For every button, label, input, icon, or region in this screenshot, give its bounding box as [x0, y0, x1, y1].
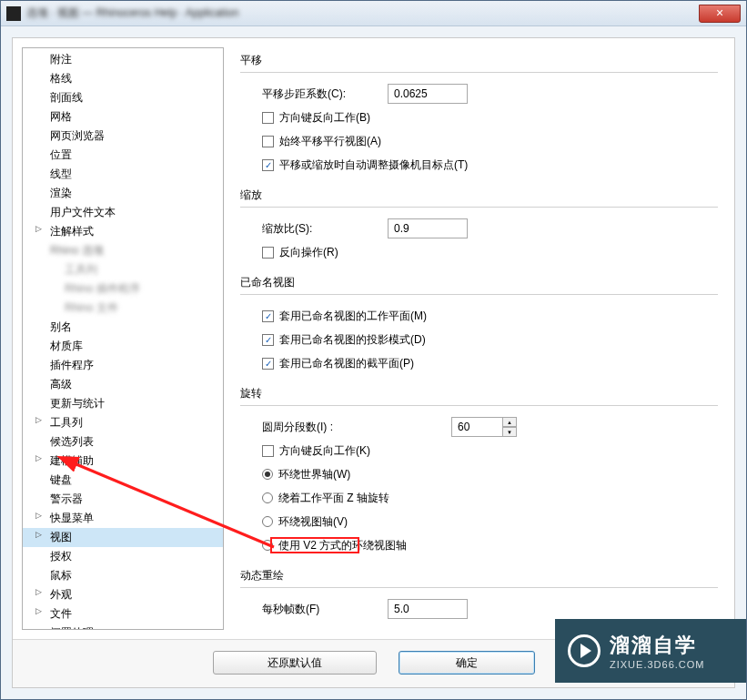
zoom-reverse-checkbox[interactable]: 反向操作(R) [262, 245, 338, 260]
restore-defaults-button[interactable]: 还原默认值 [213, 651, 377, 675]
tree-item[interactable]: 更新与统计 [23, 394, 223, 413]
tree-item[interactable]: 建模辅助 [23, 451, 223, 471]
section-zoom-title: 缩放 [240, 188, 718, 203]
named-clip-checkbox[interactable]: 套用已命名视图的截平面(P) [262, 356, 414, 371]
tree-item[interactable]: Rhino 选项 [23, 241, 223, 260]
titlebar: 选项 · 视图 — Rhinoceros Help · Application … [1, 1, 746, 26]
tree-item[interactable]: 线型 [23, 165, 223, 184]
rotate-view-radio[interactable]: 环绕视图轴(V) [262, 514, 348, 530]
section-named-title: 已命名视图 [240, 275, 718, 290]
tree-item[interactable]: 网页浏览器 [23, 127, 223, 146]
window-title: 选项 · 视图 — Rhinoceros Help · Application [26, 5, 699, 21]
tree-item[interactable]: 渲染 [23, 184, 223, 203]
rotate-world-radio[interactable]: 环绕世界轴(W) [262, 467, 350, 482]
named-projection-checkbox[interactable]: 套用已命名视图的投影模式(D) [262, 332, 426, 348]
tree-item[interactable]: 视图 [23, 528, 223, 547]
rotate-reverse-checkbox[interactable]: 方向键反向工作(K) [262, 443, 370, 459]
tree-item[interactable]: 材质库 [23, 337, 223, 356]
tree-item[interactable]: 候选列表 [23, 432, 223, 451]
rotate-seg-spinner[interactable]: ▲▼ [451, 417, 517, 437]
pan-step-label: 平移步距系数(C): [262, 86, 380, 102]
tree-item[interactable]: Rhino 文件 [23, 299, 223, 318]
tree-item[interactable]: 别名 [23, 318, 223, 337]
tree-item[interactable]: Rhino 插件程序 [23, 279, 223, 299]
redraw-fps-input[interactable] [388, 599, 468, 619]
tree-item[interactable]: 键盘 [23, 471, 223, 490]
settings-panel: 平移 平移步距系数(C): 方向键反向工作(B) 始终平移平行视图(A) 平移或… [233, 47, 725, 630]
section-pan-title: 平移 [240, 53, 718, 68]
tree-item[interactable]: 警示器 [23, 490, 223, 509]
zoom-ratio-label: 缩放比(S): [262, 221, 380, 237]
tree-item[interactable]: 格线 [23, 69, 223, 88]
tree-item[interactable]: 附注 [23, 50, 223, 69]
app-icon [6, 6, 21, 21]
named-workplane-checkbox[interactable]: 套用已命名视图的工作平面(M) [262, 309, 427, 324]
redraw-fps-label: 每秒帧数(F) [262, 602, 380, 617]
pan-auto-target-checkbox[interactable]: 平移或缩放时自动调整摄像机目标点(T) [262, 157, 468, 173]
tree-item[interactable]: 网格 [23, 107, 223, 127]
rotate-seg-label: 圆周分段数(I) : [262, 420, 444, 435]
tree-item[interactable]: 剖面线 [23, 88, 223, 107]
ok-button[interactable]: 确定 [399, 651, 535, 675]
section-redraw-title: 动态重绘 [240, 568, 718, 583]
tree-item[interactable]: 用户文件文本 [23, 203, 223, 222]
tree-item[interactable]: 文件 [23, 604, 223, 624]
zoom-ratio-input[interactable] [388, 218, 468, 238]
section-rotate-title: 旋转 [240, 386, 718, 401]
tree-item[interactable]: 位置 [23, 146, 223, 165]
close-button[interactable]: × [699, 5, 741, 23]
pan-always-parallel-checkbox[interactable]: 始终平移平行视图(A) [262, 134, 381, 149]
pan-step-input[interactable] [388, 84, 468, 104]
tree-item[interactable]: 插件程序 [23, 356, 223, 375]
rotate-cplane-radio[interactable]: 绕着工作平面 Z 轴旋转 [262, 491, 389, 506]
nav-tree[interactable]: 附注格线剖面线网格网页浏览器位置线型渲染用户文件文本注解样式Rhino 选项工具… [22, 47, 224, 630]
tree-item[interactable]: 外观 [23, 585, 223, 604]
tree-item[interactable]: 注解样式 [23, 222, 223, 241]
tree-item[interactable]: 工具列 [23, 413, 223, 432]
play-icon [568, 634, 601, 667]
rotate-v2-radio[interactable]: 使用 V2 方式的环绕视图轴 [262, 538, 407, 553]
pan-reverse-checkbox[interactable]: 方向键反向工作(B) [262, 110, 370, 126]
spin-down[interactable]: ▼ [502, 427, 517, 437]
tree-item[interactable]: 高级 [23, 375, 223, 394]
tree-item[interactable]: 闲置处理 [23, 624, 223, 630]
tree-item[interactable]: 鼠标 [23, 566, 223, 585]
spin-up[interactable]: ▲ [502, 417, 517, 427]
tree-item[interactable]: 快显菜单 [23, 509, 223, 528]
watermark: 溜溜自学 ZIXUE.3D66.COM [555, 619, 746, 683]
tree-item[interactable]: 工具列 [23, 260, 223, 279]
tree-item[interactable]: 授权 [23, 547, 223, 566]
